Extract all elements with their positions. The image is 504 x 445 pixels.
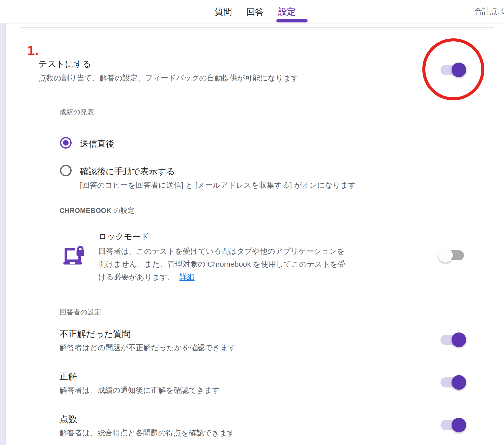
correct-answers-toggle[interactable] [440,377,464,387]
radio-immediately-label: 送信直後 [80,138,114,150]
tab-responses[interactable]: 回答 [247,6,264,18]
toggle-thumb [452,63,466,77]
locked-mode-title: ロックモード [98,231,149,242]
radio-after-review[interactable] [60,165,72,176]
quiz-toggle[interactable] [440,65,464,75]
point-values-description: 解答者は、総合得点と各問題の得点を確認できます [60,428,235,438]
tab-questions[interactable]: 質問 [215,6,232,18]
chromebook-section-label-rest: の設定 [111,207,134,214]
correct-answers-title: 正解 [60,371,77,382]
radio-immediately[interactable] [60,137,72,149]
locked-mode-desc-line1: 回答者は、このテストを受けている間はタブや他のアプリケーションを [98,247,345,255]
card-top-divider [21,27,494,28]
missed-questions-toggle[interactable] [440,335,464,345]
radio-after-review-label: 確認後に手動で表示する [80,166,175,177]
respondent-section-label: 回答者の設定 [60,308,101,317]
laptop-lock-icon [62,243,88,269]
total-points-label: 合計点: 0 [475,6,504,16]
point-values-title: 点数 [60,413,77,425]
tab-bar: 質問 回答 設定 [215,6,295,18]
settings-card [6,23,504,445]
chromebook-section-label: CHROMEBOOK の設定 [60,206,134,215]
toggle-thumb [452,332,466,347]
tab-settings[interactable]: 設定 [278,6,295,18]
radio-dot [63,140,69,146]
radio-after-review-description: [回答のコピーを回答者に送信] と [メールアドレスを収集する] がオンになりま… [80,180,356,190]
active-tab-indicator [276,19,308,22]
grade-release-section-label: 成績の発表 [60,107,94,117]
toggle-thumb [452,375,466,390]
quiz-setting-description: 点数の割り当て、解答の設定、フィードバックの自動提供が可能になります [39,73,299,83]
locked-mode-description: 回答者は、このテストを受けている間はタブや他のアプリケーションを 開けません。ま… [98,245,345,283]
point-values-toggle[interactable] [440,420,464,430]
annotation-step-number: 1. [27,42,39,58]
locked-mode-desc-line3: ける必要があります。 [98,273,175,281]
missed-questions-description: 解答者はどの問題が不正解だったかを確認できます [60,343,236,353]
toggle-thumb [438,248,453,263]
quiz-setting-title: テストにする [39,58,91,70]
toggle-thumb [452,418,466,432]
chromebook-section-label-strong: CHROMEBOOK [60,207,111,214]
locked-mode-desc-line2: 開けません。また、管理対象の Chromebook を使用してこのテストを受 [98,260,345,268]
details-link[interactable]: 詳細 [180,273,195,281]
missed-questions-title: 不正解だった質問 [60,328,131,340]
correct-answers-description: 解答者は、成績の通知後に正解を確認できます [60,385,220,396]
locked-mode-toggle[interactable] [440,250,464,260]
form-header: 質問 回答 設定 合計点: 0 [0,0,504,23]
